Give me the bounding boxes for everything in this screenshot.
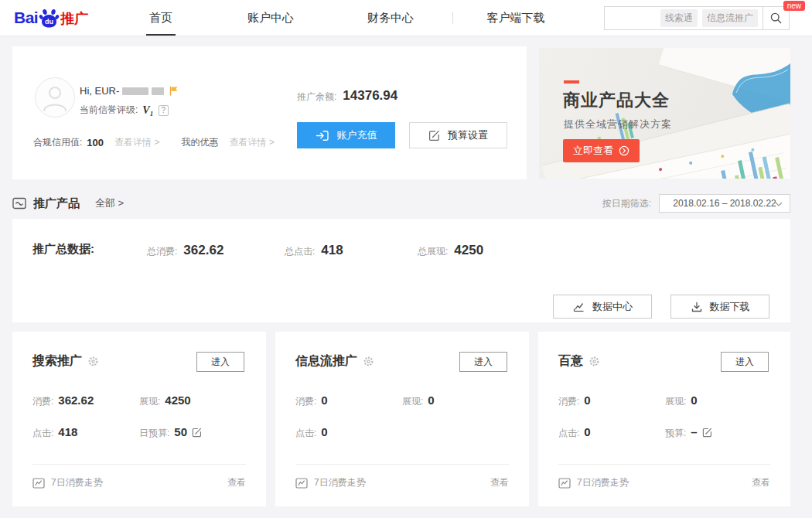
download-icon — [691, 301, 703, 313]
search-tag-feed[interactable]: 信息流推广 — [702, 9, 758, 27]
enter-button[interactable]: 进入 — [721, 352, 769, 372]
chevron-down-icon — [775, 202, 783, 206]
stat-value: 0 — [584, 425, 590, 438]
credit-label: 合规信用值: — [33, 136, 82, 149]
trend-label: 7日消费走势 — [314, 476, 366, 489]
redacted-username — [122, 87, 148, 95]
budget-settings-button[interactable]: 预算设置 — [409, 122, 507, 148]
data-center-label: 数据中心 — [592, 300, 633, 314]
search-tag-clue[interactable]: 线索通 — [660, 9, 698, 27]
stat-value: – — [691, 425, 697, 438]
banner-title: 商业产品大全 — [563, 89, 670, 112]
view-trend-link[interactable]: 查看 — [227, 476, 246, 489]
banner-cta-label: 立即查看 — [573, 144, 613, 158]
stat-label: 展现: — [665, 395, 686, 408]
tab-home[interactable]: 首页 — [138, 0, 184, 36]
avatar — [35, 77, 75, 118]
logo-text-bai: Bai — [14, 8, 38, 28]
edit-budget-icon[interactable] — [702, 428, 712, 438]
line-chart-icon — [572, 301, 585, 313]
products-section-header: 推广产品 全部 > 按日期筛选: 2018.02.16 – 2018.02.22 — [12, 192, 790, 215]
gear-icon[interactable] — [363, 356, 374, 367]
stat-impressions: 展现: 0 — [665, 394, 698, 408]
data-download-button[interactable]: 数据下载 — [670, 295, 769, 319]
gear-icon[interactable] — [589, 356, 600, 367]
card-baiyi: 百意 进入 消费: 0 展现: 0 点击: 0 预算: – — [538, 332, 790, 506]
stat-cost: 消费: 0 — [558, 394, 591, 408]
view-trend-link[interactable]: 查看 — [752, 476, 770, 489]
data-center-button[interactable]: 数据中心 — [553, 295, 652, 319]
trend-label: 7日消费走势 — [577, 476, 629, 489]
baidu-promotion-dashboard: Bai du 推广 首页 账户中心 财务中心 客户端下载 线索通 信息流推广 — [0, 0, 812, 518]
stat-daily-budget: 日预算: 50 — [139, 425, 202, 440]
recharge-button[interactable]: 账户充值 — [297, 122, 395, 148]
flag-icon — [169, 86, 179, 96]
card-search-promotion: 搜索推广 进入 消费: 362.62 展现: 4250 点击: 418 日预算:… — [12, 332, 266, 506]
nav-divider — [452, 12, 453, 24]
total-cost-label: 总消费: — [147, 245, 177, 258]
card-title: 百意 — [558, 353, 583, 370]
stat-label: 展现: — [139, 395, 160, 408]
banner-cta-button[interactable]: 立即查看 — [563, 139, 640, 162]
top-navigation-bar: Bai du 推广 首页 账户中心 财务中心 客户端下载 线索通 信息流推广 — [0, 0, 812, 36]
circle-arrow-icon — [619, 145, 629, 156]
edit-icon — [428, 130, 440, 141]
stat-label: 点击: — [32, 427, 53, 440]
stat-value: 418 — [58, 425, 77, 438]
stat-value: 0 — [321, 425, 327, 438]
tab-client-download[interactable]: 客户端下载 — [481, 0, 551, 36]
trend-label: 7日消费走势 — [51, 476, 103, 489]
help-icon[interactable]: ? — [159, 105, 169, 116]
baidu-logo[interactable]: Bai du 推广 — [14, 7, 88, 28]
total-cost-stat: 总消费: 362.62 — [147, 243, 223, 258]
tab-account-center[interactable]: 账户中心 — [243, 0, 299, 36]
total-impressions-label: 总展现: — [418, 245, 448, 258]
stat-value: 0 — [428, 394, 434, 407]
products-section-title: 推广产品 — [33, 196, 80, 211]
search-input[interactable] — [605, 7, 660, 29]
enter-button[interactable]: 进入 — [196, 352, 244, 372]
promo-banner[interactable]: 商业产品大全 提供全域营销解决方案 立即查看 — [539, 48, 790, 179]
trend-icon — [558, 478, 571, 489]
credit-details-link[interactable]: 查看详情 > — [114, 136, 159, 149]
redacted-username — [152, 87, 164, 95]
search-box[interactable]: 线索通 信息流推广 — [604, 6, 790, 30]
all-products-link[interactable]: 全部 > — [95, 196, 124, 210]
enter-button[interactable]: 进入 — [459, 352, 507, 372]
total-clicks-value: 418 — [321, 243, 343, 258]
card-title: 搜索推广 — [32, 353, 82, 370]
balance-label: 推广余额: — [297, 90, 336, 104]
stat-budget: 预算: – — [665, 425, 712, 440]
stat-label: 点击: — [558, 427, 579, 440]
edit-budget-icon[interactable] — [192, 428, 202, 438]
date-filter-label: 按日期筛选: — [602, 197, 651, 210]
card-footer: 7日消费走势 查看 — [295, 464, 509, 489]
chart-icon — [12, 197, 26, 210]
view-trend-link[interactable]: 查看 — [490, 476, 509, 489]
total-impressions-value: 4250 — [454, 243, 483, 258]
greeting-row: Hi, EUR- — [80, 85, 179, 97]
date-filter: 按日期筛选: 2018.02.16 – 2018.02.22 — [602, 194, 790, 213]
coupon-details-link[interactable]: 查看详情 > — [229, 136, 274, 149]
new-badge: new — [783, 1, 805, 11]
logo-text-tuiguang: 推广 — [60, 9, 88, 28]
account-overview-card: Hi, EUR- 当前信誉评级: V₁ ? 合规信用值: 100 查看详情 > … — [12, 46, 527, 179]
stat-label: 点击: — [295, 427, 316, 440]
stat-value: 4250 — [165, 394, 190, 407]
credit-value: 100 — [87, 137, 104, 148]
recharge-icon — [316, 130, 329, 141]
date-range-select[interactable]: 2018.02.16 – 2018.02.22 — [659, 194, 790, 213]
banner-accent-dash — [564, 80, 579, 83]
totals-panel: 推广总数据: 总消费: 362.62 总点击: 418 总展现: 4250 数据… — [12, 219, 790, 322]
svg-text:du: du — [45, 18, 53, 26]
stat-cost: 消费: 0 — [295, 394, 328, 408]
tab-finance-center[interactable]: 财务中心 — [363, 0, 418, 36]
stat-value: 0 — [584, 394, 590, 407]
total-cost-value: 362.62 — [183, 243, 223, 258]
gear-icon[interactable] — [87, 356, 99, 367]
greeting-text: Hi, EUR- — [80, 85, 119, 97]
card-footer: 7日消费走势 查看 — [558, 464, 770, 489]
total-clicks-stat: 总点击: 418 — [285, 243, 343, 258]
person-icon — [36, 78, 74, 117]
recharge-label: 账户充值 — [337, 128, 377, 142]
